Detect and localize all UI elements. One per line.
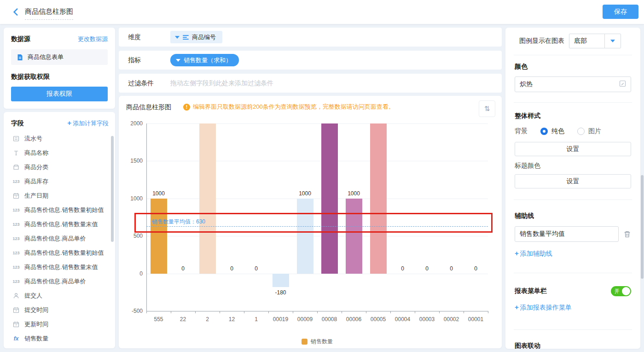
x-axis-category-label: 22 bbox=[171, 316, 195, 323]
menu-bar-toggle[interactable]: 开 bbox=[611, 286, 631, 296]
number-icon: 123 bbox=[12, 206, 20, 214]
field-item[interactable]: 123商品售价信息.销售数量末值 bbox=[11, 217, 110, 231]
legend-position-select[interactable]: 底部 bbox=[569, 34, 621, 48]
svg-text:7: 7 bbox=[15, 310, 17, 312]
filter-row[interactable]: 过滤条件 拖动左侧字段到此处来添加过滤条件 bbox=[119, 74, 502, 93]
x-axis-tick bbox=[268, 311, 269, 313]
fields-scrollbar[interactable] bbox=[111, 136, 114, 242]
refline-title: 辅助线 bbox=[515, 212, 631, 220]
calendar-icon: 7 bbox=[12, 192, 20, 199]
title-color-label: 标题颜色 bbox=[515, 162, 631, 170]
x-axis-category-label: 00006 bbox=[342, 316, 366, 323]
edit-icon[interactable] bbox=[619, 80, 626, 88]
x-axis-category-label: 00009 bbox=[293, 316, 317, 323]
color-title: 颜色 bbox=[515, 63, 631, 71]
x-axis-tick bbox=[415, 311, 415, 313]
field-label: 商品库存 bbox=[24, 177, 48, 186]
bar[interactable] bbox=[321, 123, 338, 274]
add-report-menu-link[interactable]: 添加报表操作菜单 bbox=[515, 303, 572, 312]
field-item[interactable]: 提交人 bbox=[11, 288, 110, 303]
field-item[interactable]: 流水号 bbox=[11, 131, 110, 146]
trash-icon[interactable] bbox=[623, 230, 631, 238]
bar[interactable] bbox=[273, 274, 289, 287]
add-refline-link[interactable]: 添加辅助线 bbox=[515, 249, 552, 258]
datasource-panel: 数据源 更改数据源 商品信息表单 数据获取权限 报表权限 bbox=[4, 28, 115, 109]
field-item[interactable]: 123商品售价信息.商品单价 bbox=[11, 231, 110, 246]
field-item[interactable]: 123商品售价信息.销售数量初始值 bbox=[11, 246, 110, 260]
field-item[interactable]: 商品名称 bbox=[11, 146, 110, 160]
bar-value-label: 0 bbox=[438, 265, 465, 272]
radio-image[interactable]: 图片 bbox=[577, 127, 601, 135]
gridline bbox=[146, 199, 488, 199]
background-set-button[interactable]: 设置 bbox=[515, 142, 631, 156]
datasource-item[interactable]: 商品信息表单 bbox=[11, 49, 108, 65]
dimension-pill[interactable]: 商品编号 bbox=[170, 31, 222, 43]
x-axis-tick bbox=[293, 311, 293, 313]
field-label: 商品售价信息.销售数量初始值 bbox=[24, 206, 104, 214]
refline-input[interactable]: 销售数量平均值 bbox=[515, 226, 619, 242]
filter-placeholder: 拖动左侧字段到此处来添加过滤条件 bbox=[170, 79, 273, 88]
save-button[interactable]: 保存 bbox=[603, 5, 638, 19]
bar[interactable] bbox=[297, 199, 313, 274]
field-item[interactable]: 123商品售价信息.销售数量末值 bbox=[11, 260, 110, 274]
x-axis-category-label: 1 bbox=[244, 316, 268, 323]
color-theme-value: 炽热 bbox=[520, 80, 533, 88]
field-item[interactable]: 7生产日期 bbox=[11, 188, 110, 203]
report-permission-button[interactable]: 报表权限 bbox=[11, 87, 108, 101]
select-dropdown-button[interactable] bbox=[604, 34, 621, 48]
legend-label: 销售数量 bbox=[311, 338, 333, 346]
y-axis-tick-label: -500 bbox=[123, 308, 143, 314]
field-item[interactable]: 123商品售价信息.销售数量初始值 bbox=[11, 203, 110, 217]
x-axis-tick bbox=[464, 311, 464, 313]
field-item[interactable]: 123商品售价信息.商品单价 bbox=[11, 274, 110, 288]
back-icon bbox=[13, 8, 21, 16]
x-axis-tick bbox=[220, 311, 220, 313]
field-label: 商品售价信息.商品单价 bbox=[24, 235, 86, 243]
field-label: 提交时间 bbox=[24, 306, 48, 314]
dimension-row: 维度 商品编号 bbox=[119, 28, 502, 47]
radio-solid-color[interactable]: 纯色 bbox=[540, 127, 564, 135]
permission-title: 数据获取权限 bbox=[11, 73, 108, 81]
person-icon bbox=[12, 292, 20, 299]
change-datasource-link[interactable]: 更改数据源 bbox=[78, 35, 108, 43]
x-axis-category-label: 00005 bbox=[366, 316, 390, 323]
add-calc-field-link[interactable]: 添加计算字段 bbox=[67, 119, 109, 128]
field-item[interactable]: 123商品库存 bbox=[11, 174, 110, 188]
bar[interactable] bbox=[370, 123, 387, 274]
calendar-icon: 7 bbox=[12, 321, 20, 328]
y-axis-tick-label: 500 bbox=[123, 233, 143, 239]
bar[interactable] bbox=[151, 199, 167, 274]
field-item[interactable]: fx销售数量 bbox=[11, 331, 110, 346]
y-axis-tick-label: 0 bbox=[123, 270, 143, 277]
color-theme-input[interactable]: 炽热 bbox=[515, 76, 631, 92]
x-axis-tick bbox=[439, 311, 440, 313]
toggle-knob bbox=[622, 287, 630, 295]
bar-value-label: 0 bbox=[462, 265, 490, 272]
page-scrollbar[interactable] bbox=[641, 175, 644, 279]
bar-value-label: -180 bbox=[267, 289, 295, 296]
filter-label: 过滤条件 bbox=[119, 79, 170, 88]
chevron-down-icon bbox=[176, 59, 180, 62]
refline-value: 销售数量平均值 bbox=[520, 230, 565, 238]
y-axis-tick-label: 1500 bbox=[123, 158, 143, 164]
bar-value-label: 0 bbox=[218, 265, 246, 272]
field-item[interactable]: 7提交时间 bbox=[11, 303, 110, 317]
settings-panel: 图例显示在图表 底部 颜色 炽热 整体样式 背景 纯色 图片 设置 标题颜色 设… bbox=[505, 28, 640, 349]
back-button[interactable] bbox=[12, 7, 21, 17]
field-label: 商品售价信息.销售数量初始值 bbox=[24, 249, 104, 257]
metric-label: 指标 bbox=[119, 56, 170, 65]
metric-pill[interactable]: 销售数量（求和） bbox=[170, 54, 239, 66]
field-item[interactable]: 7更新时间 bbox=[11, 317, 110, 331]
chevron-down-icon bbox=[610, 40, 615, 42]
field-item[interactable]: 商品分类 bbox=[11, 160, 110, 174]
legend-swatch bbox=[302, 339, 307, 345]
bar[interactable] bbox=[346, 199, 362, 274]
bar[interactable] bbox=[199, 123, 216, 274]
gridline bbox=[146, 123, 488, 124]
x-axis-category-label: 2 bbox=[195, 316, 220, 323]
plus-icon bbox=[515, 304, 520, 311]
chart-legend[interactable]: 销售数量 bbox=[146, 338, 488, 346]
linkage-title: 图表联动 bbox=[515, 342, 631, 349]
x-axis-tick bbox=[146, 311, 147, 313]
title-color-set-button[interactable]: 设置 bbox=[515, 174, 631, 188]
